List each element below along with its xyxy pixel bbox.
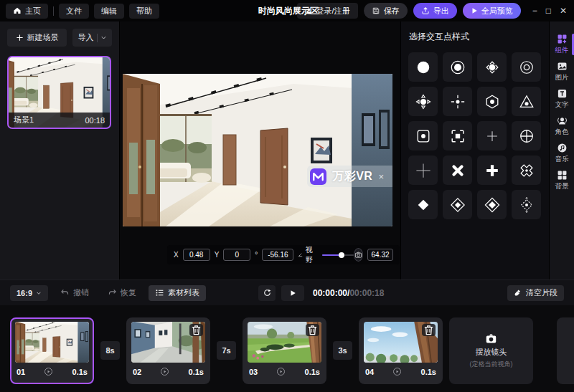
place-camera-button[interactable]: 摆放镜头 (定格当前视角) [449,317,533,384]
style-option-ring-dot[interactable] [512,52,541,82]
menu-help[interactable]: 帮助 [129,4,159,19]
clip-04[interactable]: 04 0.1s [359,317,443,384]
camera-icon [354,251,362,259]
sidebar-item-image[interactable]: 图片 [550,58,574,85]
style-option-x-outline-dot[interactable] [512,156,541,185]
clear-clips-button[interactable]: 清空片段 [507,285,564,301]
style-option-dot-chevrons[interactable] [477,52,507,82]
scene-duration: 00:18 [85,116,105,125]
rotation-input[interactable] [262,249,293,261]
gap-duration-2[interactable]: 7s [217,341,236,360]
sidebar-item-components[interactable]: 组件 [550,31,574,58]
timecode: 00:00:00/00:00:18 [313,288,384,298]
top-bar: 主页 文件 编辑 帮助 时尚风尚展示区 登录/注册 保存 导出 全局预览 − □… [0,0,574,21]
style-option-hexagon-dot[interactable] [477,87,507,116]
y-input[interactable] [223,249,250,261]
clip-id: 02 [133,368,141,376]
play-circle-icon[interactable] [159,366,170,377]
y-label: Y [215,251,220,259]
style-option-dot-triangles[interactable] [408,87,438,116]
dot-triangles-icon [415,94,431,110]
close-button[interactable]: ✕ [560,6,567,16]
style-option-brackets-square[interactable] [443,121,472,150]
undo-button[interactable]: 撤销 [54,285,95,301]
broom-icon [514,289,522,297]
style-option-diamond-filled[interactable] [408,190,438,219]
circle-cross-icon [519,128,535,144]
play-circle-icon[interactable] [392,366,403,377]
dot-dashed-cross-icon [450,94,466,110]
gap-duration-1[interactable]: 8s [100,341,120,360]
sidebar-item-background[interactable]: 背景 [550,167,574,194]
menu-home[interactable]: 主页 [6,4,48,19]
plus-icon [16,34,24,42]
material-list-button[interactable]: 素材列表 [149,285,206,301]
delete-clip-button[interactable] [189,324,203,336]
style-option-x-bold[interactable] [443,156,472,185]
style-option-diamond-nested-large[interactable] [477,190,507,219]
clip-id: 04 [365,368,374,376]
style-option-circle-cross[interactable] [512,121,541,150]
style-option-plus-bold[interactable] [477,156,507,185]
undo-icon [60,288,70,297]
fov-slider[interactable] [322,250,354,260]
clip-03-thumbnail [248,322,321,363]
main-menu: 主页 文件 编辑 帮助 [6,4,159,19]
interaction-style-panel: 选择交互点样式 [400,21,549,279]
watermark-brand: 万彩VR [332,169,372,184]
play-circle-icon[interactable] [43,366,54,377]
style-option-square-dot[interactable] [408,121,438,150]
delete-clip-button[interactable] [422,324,436,336]
delete-clip-button[interactable] [306,324,319,336]
style-option-dot-dashed-cross[interactable] [443,87,472,116]
clip-id: 01 [17,368,25,376]
scene-thumbnail-1[interactable]: 场景1 00:18 [7,56,111,129]
style-option-cross-thin-large[interactable] [408,156,438,185]
style-option-dot-filled[interactable] [408,52,438,82]
export-button[interactable]: 导出 [413,3,457,19]
redo-button[interactable]: 恢复 [101,285,143,301]
aspect-ratio-button[interactable]: 16:9 [10,285,48,301]
clip-duration: 0.1s [421,368,436,376]
clip-03[interactable]: 03 0.1s [243,317,326,384]
camera-snapshot-button[interactable] [354,248,363,262]
vr-preview[interactable]: 万彩VR × [123,74,392,226]
play-circle-icon[interactable] [276,366,286,377]
play-icon [471,7,478,14]
fov-input[interactable] [367,249,393,261]
text-icon [557,88,568,99]
music-icon [557,143,568,153]
new-scene-button[interactable]: 新建场景 [7,29,67,47]
ring-dot-icon [519,59,535,75]
asset-sidebar: 组件 图片 文字 角色 音乐 背景 [549,21,574,279]
style-option-triangle-dot[interactable] [512,87,541,116]
menu-edit[interactable]: 编辑 [94,4,124,19]
fov-slider-thumb[interactable] [339,252,344,258]
style-option-diamond-dashed-dot[interactable] [512,190,541,219]
style-option-cross-thin[interactable] [477,121,507,150]
trash-icon [189,324,203,336]
dot-ring-icon [450,59,466,75]
minimize-button[interactable]: − [532,6,537,16]
play-button[interactable] [281,285,304,301]
menu-file[interactable]: 文件 [59,4,89,19]
redo-icon [108,288,117,297]
watermark-close-icon[interactable]: × [378,171,384,182]
save-button[interactable]: 保存 [364,3,408,19]
vr-preview-image [123,74,392,226]
sidebar-item-music[interactable]: 音乐 [550,140,574,167]
style-option-diamond-nested[interactable] [443,190,472,219]
gap-duration-3[interactable]: 3s [333,341,352,360]
maximize-button[interactable]: □ [546,6,551,16]
clip-01[interactable]: 01 0.1s [10,317,94,384]
sidebar-item-character[interactable]: 角色 [550,113,574,140]
clip-02[interactable]: 02 0.1s [126,317,210,384]
style-option-dot-ring[interactable] [443,52,472,82]
style-grid [408,52,542,219]
loop-button[interactable] [258,285,276,301]
sidebar-item-text[interactable]: 文字 [550,85,574,113]
global-preview-button[interactable]: 全局预览 [463,3,521,19]
x-input[interactable] [183,249,210,261]
triangle-dot-icon [519,94,535,110]
import-button[interactable]: 导入 [72,29,112,47]
